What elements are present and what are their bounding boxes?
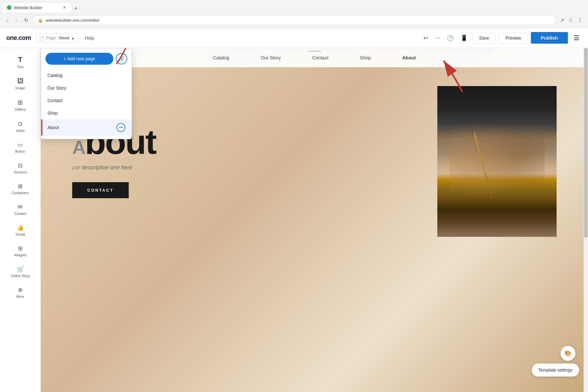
sidebar-contact-label: Contact xyxy=(14,212,26,215)
browser-tabs-row: Website Builder × + xyxy=(0,0,588,13)
scrollbar-thumb[interactable] xyxy=(584,48,588,237)
hero-subtitle-prefix: yo xyxy=(72,164,78,171)
sidebar-item-text[interactable]: T Text xyxy=(3,52,38,73)
sidebar-more-label: More xyxy=(16,295,24,298)
redo-button[interactable]: ↪ xyxy=(433,33,442,43)
sidebar-item-gallery[interactable]: ⊞ Gallery xyxy=(3,95,38,115)
online-shop-icon: 🛒 xyxy=(17,266,24,273)
sidebar-item-video[interactable]: ⊙ Video xyxy=(3,116,38,136)
pages-dropdown-panel: + Add new page 🔗 Catalog Our Story Conta… xyxy=(41,48,132,139)
more-icon: ⊕ xyxy=(18,286,23,293)
catalog-page-label: Catalog xyxy=(47,73,62,78)
scrollbar-track[interactable] xyxy=(584,48,588,392)
sidebar-text-label: Text xyxy=(17,65,23,69)
canvas-nav-shop[interactable]: Shop xyxy=(360,55,371,60)
share-button[interactable]: ↗ xyxy=(558,15,566,25)
sidebar-gallery-label: Gallery xyxy=(15,107,26,111)
sidebar-item-image[interactable]: 🖼 Image xyxy=(3,74,38,94)
address-bar[interactable]: 🔒 websitebuilder.one.com/editor xyxy=(33,15,556,25)
page-options-button[interactable]: ••• xyxy=(116,123,125,132)
back-button[interactable]: ‹ xyxy=(4,15,11,25)
hero-subtitle[interactable]: yor descriptive one here xyxy=(72,164,418,171)
main-area: T Text 🖼 Image ⊞ Gallery ⊙ Video ▭ Butto… xyxy=(0,48,588,392)
sidebar-video-label: Video xyxy=(16,129,25,133)
sidebar-sections-label: Sections xyxy=(13,170,27,174)
page-list-item-shop[interactable]: Shop xyxy=(41,107,132,119)
contact-page-label: Contact xyxy=(47,98,62,103)
canvas-nav-our-story[interactable]: Our Story xyxy=(261,55,281,60)
template-icon-button[interactable]: 🎨 xyxy=(560,346,575,361)
sidebar-item-button[interactable]: ▭ Button xyxy=(3,138,38,157)
scroll-indicator xyxy=(308,51,321,52)
forward-button[interactable]: › xyxy=(13,15,20,25)
pottery-image xyxy=(437,86,557,237)
sidebar-item-contact[interactable]: ✉ Contact xyxy=(3,200,38,219)
sidebar-image-label: Image xyxy=(15,86,25,90)
browser-tab-active[interactable]: Website Builder × xyxy=(3,3,72,13)
pottery-overlay xyxy=(449,116,545,207)
bookmark-button[interactable]: ☆ xyxy=(567,15,575,25)
palette-icon: 🎨 xyxy=(564,350,571,357)
sidebar-item-widgets[interactable]: ⊞ Widgets xyxy=(3,241,38,261)
canvas-nav-contact[interactable]: Contact xyxy=(312,55,328,60)
shop-page-label: Shop xyxy=(47,111,58,116)
help-button[interactable]: Help xyxy=(83,34,97,42)
sidebar-widgets-label: Widgets xyxy=(14,253,27,257)
app-container: one.com 📄 Page: About ▲ Help ↩ ↪ 🕐 📱 Sav… xyxy=(0,28,588,392)
tab-title: Website Builder xyxy=(14,5,42,10)
new-tab-button[interactable]: + xyxy=(72,5,80,12)
sidebar-item-more[interactable]: ⊕ More xyxy=(3,283,38,302)
address-url[interactable]: websitebuilder.one.com/editor xyxy=(46,18,100,23)
page-list-item-about[interactable]: About ••• xyxy=(41,119,132,136)
image-icon: 🖼 xyxy=(17,78,24,85)
sidebar-button-label: Button xyxy=(15,150,25,153)
sidebar-item-online-shop[interactable]: 🛒 Online Shop xyxy=(3,262,38,281)
page-icon: 📄 xyxy=(39,35,44,41)
sidebar-item-containers[interactable]: ⊞ Containers xyxy=(3,179,38,199)
sections-icon: ⊟ xyxy=(18,162,23,169)
sidebar: T Text 🖼 Image ⊞ Gallery ⊙ Video ▭ Butto… xyxy=(0,48,41,392)
containers-icon: ⊞ xyxy=(18,183,23,190)
link-pages-button[interactable]: 🔗 xyxy=(116,53,127,64)
browser-right-actions: ↗ ☆ ⋮ xyxy=(558,15,584,25)
page-list-item-catalog[interactable]: Catalog xyxy=(41,69,132,82)
settings-menu-button[interactable]: ☰ xyxy=(571,33,582,43)
canvas-nav-catalog[interactable]: Catalog xyxy=(213,55,229,60)
sidebar-containers-label: Containers xyxy=(12,191,29,195)
video-icon: ⊙ xyxy=(18,120,23,128)
gallery-icon: ⊞ xyxy=(18,99,23,106)
page-list-item-contact[interactable]: Contact xyxy=(41,94,132,107)
publish-button[interactable]: Publish xyxy=(531,32,568,44)
page-list-item-our-story[interactable]: Our Story xyxy=(41,82,132,94)
history-button[interactable]: 🕐 xyxy=(445,33,456,43)
contact-cta-button[interactable]: CONTACT xyxy=(72,182,129,198)
pottery-image-content xyxy=(437,86,557,237)
browser-menu-button[interactable]: ⋮ xyxy=(575,15,584,25)
save-button[interactable]: Save xyxy=(472,33,496,43)
sidebar-item-social[interactable]: 👍 Social xyxy=(3,220,38,240)
tab-close-icon[interactable]: × xyxy=(62,4,67,11)
browser-navbar: ‹ › ↻ 🔒 websitebuilder.one.com/editor ↗ … xyxy=(0,13,588,28)
lock-icon: 🔒 xyxy=(38,18,43,23)
current-page-label: About xyxy=(59,35,69,40)
template-settings-button[interactable]: Template settings xyxy=(532,363,579,377)
widgets-icon: ⊞ xyxy=(18,245,23,252)
hero-subtitle-text: r descriptive one here xyxy=(78,164,132,171)
undo-button[interactable]: ↩ xyxy=(422,33,430,43)
page-selector[interactable]: 📄 Page: About ▲ xyxy=(35,33,78,43)
hero-title-prefix: A xyxy=(72,137,85,158)
add-new-page-button[interactable]: + Add new page xyxy=(46,53,113,65)
logo-com: com xyxy=(19,34,31,41)
canvas-nav-about[interactable]: About xyxy=(402,55,416,60)
sidebar-item-sections[interactable]: ⊟ Sections xyxy=(3,158,38,178)
sidebar-social-label: Social xyxy=(16,232,25,236)
one-logo[interactable]: one.com xyxy=(6,34,31,41)
active-page-indicator xyxy=(41,119,42,136)
sidebar-online-shop-label: Online Shop xyxy=(11,274,30,278)
refresh-button[interactable]: ↻ xyxy=(22,16,31,24)
social-icon: 👍 xyxy=(17,224,24,231)
about-page-label: About xyxy=(47,125,59,130)
preview-button[interactable]: Preview xyxy=(499,33,528,43)
page-label: Page: xyxy=(46,35,57,40)
mobile-preview-button[interactable]: 📱 xyxy=(459,33,469,43)
